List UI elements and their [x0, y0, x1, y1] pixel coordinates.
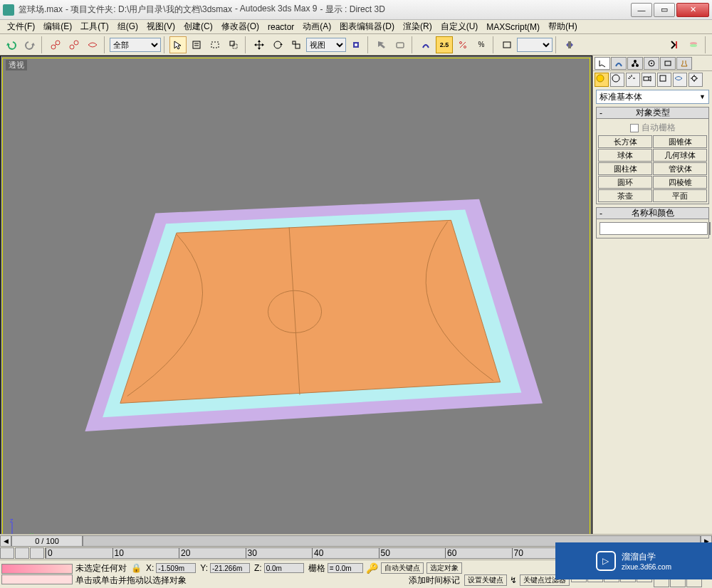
sel-lock-icon[interactable]: 🔒: [131, 563, 142, 573]
tab-modify[interactable]: [611, 57, 627, 70]
cat-spacewarps[interactable]: [673, 73, 687, 87]
script-listener-1[interactable]: [1, 564, 73, 574]
cat-geometry[interactable]: [595, 73, 609, 87]
cat-helpers[interactable]: [657, 73, 671, 87]
menu-help[interactable]: 帮助(H): [544, 19, 582, 34]
select-manipulate-button[interactable]: [373, 36, 390, 53]
named-sel-dropdown[interactable]: [517, 38, 553, 52]
use-pivot-button[interactable]: [347, 36, 365, 53]
selection-filter-dropdown[interactable]: 全部: [110, 38, 161, 52]
rollout-head-object-type[interactable]: -对象类型: [597, 107, 708, 119]
tab-create[interactable]: [595, 57, 610, 70]
mirror-button[interactable]: [561, 36, 578, 53]
menu-customize[interactable]: 自定义(U): [436, 19, 483, 34]
btn-geosphere[interactable]: 几何球体: [653, 149, 707, 162]
script-listener-2[interactable]: [1, 574, 73, 584]
cat-shapes[interactable]: [610, 73, 624, 87]
btn-plane[interactable]: 平面: [653, 189, 707, 202]
menu-graph-editors[interactable]: 图表编辑器(D): [335, 19, 399, 34]
btn-pyramid[interactable]: 四棱锥: [653, 176, 707, 189]
svg-point-19: [460, 41, 462, 43]
create-category-tabs: [593, 71, 712, 88]
trackbar-toggle-1[interactable]: [0, 547, 14, 559]
select-button[interactable]: [169, 36, 187, 53]
redo-button[interactable]: [21, 36, 38, 53]
add-time-tag[interactable]: 添加时间标记: [407, 574, 461, 587]
key-mode-icon[interactable]: 🔑: [366, 562, 378, 574]
tab-utilities[interactable]: [676, 57, 692, 70]
menu-create[interactable]: 创建(C): [179, 19, 217, 34]
minimize-button[interactable]: [631, 3, 652, 17]
menu-reactor[interactable]: reactor: [263, 21, 298, 33]
menu-file[interactable]: 文件(F): [3, 19, 39, 34]
title-project: - 项目文件夹: D:\用户目录\我的文档\3dsmax: [66, 4, 232, 16]
rollout-object-type: -对象类型 自动栅格 长方体 圆锥体 球体 几何球体 圆柱体 管状体 圆环 四棱…: [596, 107, 709, 204]
ref-coord-dropdown[interactable]: 视图: [306, 38, 346, 52]
menu-edit[interactable]: 编辑(E): [39, 19, 76, 34]
named-sel-set-button[interactable]: [498, 36, 515, 53]
btn-teapot[interactable]: 茶壶: [598, 189, 652, 202]
maximize-button[interactable]: [654, 3, 675, 17]
spinner-snap-button[interactable]: %: [473, 36, 490, 53]
trackbar-toggle-3[interactable]: [30, 547, 44, 559]
perspective-viewport[interactable]: 透视 zyx: [2, 58, 590, 552]
coord-y-input[interactable]: [210, 563, 250, 573]
move-button[interactable]: [251, 36, 268, 53]
object-name-input[interactable]: [600, 222, 708, 235]
grid-input[interactable]: [328, 563, 363, 573]
menu-views[interactable]: 视图(V): [142, 19, 179, 34]
menu-bar: 文件(F) 编辑(E) 工具(T) 组(G) 视图(V) 创建(C) 修改器(O…: [0, 20, 712, 34]
btn-torus[interactable]: 圆环: [598, 176, 652, 189]
btn-sphere[interactable]: 球体: [598, 149, 652, 162]
command-panel: 标准基本体 ▼ -对象类型 自动栅格 长方体 圆锥体 球体 几何球体 圆柱体 管…: [592, 56, 712, 554]
autokey-button[interactable]: 自动关键点: [381, 562, 424, 574]
setkey-button[interactable]: 设置关键点: [464, 574, 507, 586]
angle-snap-button[interactable]: 2.5: [436, 36, 453, 53]
btn-cylinder[interactable]: 圆柱体: [598, 162, 652, 175]
cat-cameras[interactable]: [642, 73, 656, 87]
tab-motion[interactable]: [644, 57, 659, 70]
btn-cone[interactable]: 圆锥体: [653, 135, 707, 148]
menu-maxscript[interactable]: MAXScript(M): [482, 21, 544, 33]
layer-manager-button[interactable]: [685, 36, 702, 53]
rotate-button[interactable]: [269, 36, 286, 53]
menu-tools[interactable]: 工具(T): [76, 19, 112, 34]
object-color-swatch[interactable]: [709, 222, 711, 235]
cat-systems[interactable]: [689, 73, 703, 87]
snap-2d-button[interactable]: [417, 36, 434, 53]
primitive-type-dropdown[interactable]: 标准基本体 ▼: [596, 90, 709, 104]
undo-button[interactable]: [3, 36, 20, 53]
select-by-name-button[interactable]: [188, 36, 205, 53]
tab-display[interactable]: [660, 57, 676, 70]
select-region-rect-button[interactable]: [206, 36, 224, 53]
autogrid-checkbox[interactable]: [630, 124, 639, 132]
btn-box[interactable]: 长方体: [598, 135, 652, 148]
window-crossing-button[interactable]: [225, 36, 242, 53]
btn-tube[interactable]: 管状体: [653, 162, 707, 175]
menu-rendering[interactable]: 渲染(R): [399, 19, 436, 34]
court-geometry: [3, 58, 590, 551]
percent-snap-button[interactable]: [454, 36, 471, 53]
align-button[interactable]: [666, 36, 684, 53]
bind-spacewarp-button[interactable]: [84, 36, 101, 53]
time-slider[interactable]: 0 / 100: [11, 535, 83, 547]
selected-obj-dropdown[interactable]: 选定对象: [426, 562, 462, 574]
cat-lights[interactable]: [626, 73, 640, 87]
svg-point-37: [651, 63, 652, 64]
link-button[interactable]: [47, 36, 64, 53]
coord-z-input[interactable]: [264, 563, 304, 573]
unlink-button[interactable]: [66, 36, 83, 53]
trackbar-toggle-2[interactable]: [15, 547, 29, 559]
menu-animation[interactable]: 动画(A): [298, 19, 335, 34]
coord-x-input[interactable]: [156, 563, 196, 573]
menu-group[interactable]: 组(G): [113, 19, 142, 34]
scale-button[interactable]: [288, 36, 305, 53]
key-filters-icon[interactable]: ↯: [510, 575, 517, 585]
tab-hierarchy[interactable]: [627, 57, 643, 70]
svg-line-2: [55, 44, 56, 46]
close-button[interactable]: [676, 3, 709, 17]
rollout-head-name-color[interactable]: -名称和颜色: [597, 208, 708, 219]
menu-modifiers[interactable]: 修改器(O): [217, 19, 263, 34]
timeline-scroll-left[interactable]: ◀: [0, 535, 11, 547]
keyboard-shortcut-button[interactable]: [392, 36, 409, 53]
